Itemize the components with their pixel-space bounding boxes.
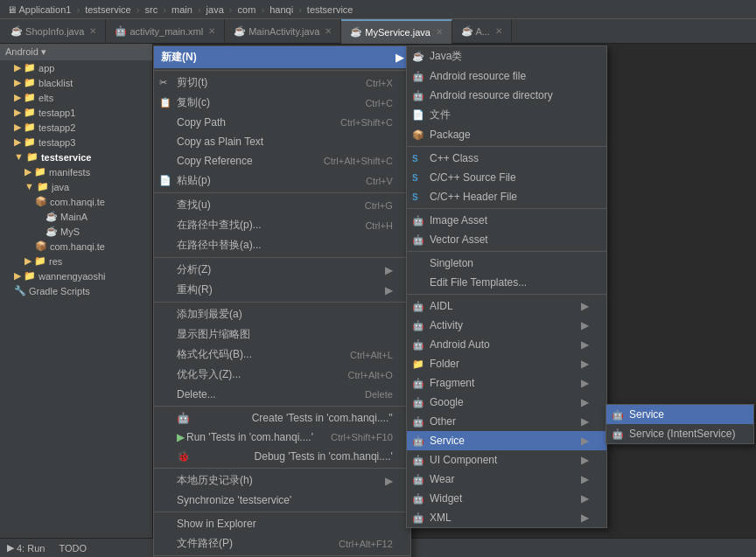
menu-show-explorer[interactable]: Show in Explorer (154, 514, 410, 533)
other-arrow: ▶ (581, 415, 589, 428)
submenu-fragment-label: Fragment (430, 377, 474, 389)
menu-find-shortcut: Ctrl+G (365, 200, 393, 211)
submenu-new: ☕ Java类 🤖 Android resource file 🤖 Androi… (406, 45, 607, 528)
service-option-intent[interactable]: 🤖 Service (IntentService) (606, 424, 753, 443)
submenu-service[interactable]: 🤖 Service ▶ (407, 431, 606, 450)
submenu-cpp-source-label: C/C++ Source File (430, 171, 516, 184)
menu-new-header[interactable]: 新建(N) ▶ (154, 46, 410, 68)
menu-find-path[interactable]: 在路径中查找(p)... Ctrl+H (154, 215, 410, 235)
menu-refactor-label: 重构(R) (177, 282, 213, 297)
divider-4 (154, 302, 410, 303)
menu-analyze[interactable]: 分析(Z) ▶ (154, 260, 410, 280)
menu-add-favorites[interactable]: 添加到最爱(a) (154, 304, 410, 324)
submenu-java-class-label: Java类 (430, 49, 462, 64)
menu-optimize[interactable]: 优化导入(Z)... Ctrl+Alt+O (154, 365, 410, 385)
android-res-file-icon: 🤖 (412, 71, 424, 82)
menu-find-label: 查找(u) (177, 198, 211, 212)
wear-arrow: ▶ (581, 473, 589, 485)
fragment-icon: 🤖 (412, 378, 424, 389)
menu-replace-path[interactable]: 在路径中替换(a)... (154, 235, 410, 255)
menu-paste[interactable]: 📄 粘贴(p) Ctrl+V (154, 171, 410, 191)
submenu-google-label: Google (430, 396, 464, 408)
menu-optimize-shortcut: Ctrl+Alt+O (348, 370, 393, 380)
submenu-aidl[interactable]: 🤖 AIDL ▶ (407, 296, 606, 316)
submenu-ui-component-label: UI Component (430, 454, 497, 466)
menu-copy-ref[interactable]: Copy Reference Ctrl+Alt+Shift+C (154, 151, 410, 171)
submenu-xml[interactable]: 🤖 XML ▶ (407, 508, 606, 527)
menu-reformat-shortcut: Ctrl+Alt+L (350, 350, 393, 360)
menu-sync[interactable]: Synchronize 'testservice' (154, 491, 410, 510)
submenu-widget-label: Widget (430, 492, 462, 505)
submenu-edit-templates-label: Edit File Templates... (430, 276, 527, 289)
menu-run-tests[interactable]: ▶ Run 'Tests in 'com.hanqi....' Ctrl+Shi… (154, 428, 410, 447)
submenu-fragment[interactable]: 🤖 Fragment ▶ (407, 373, 606, 393)
menu-create-tests-label: Create 'Tests in 'com.hanqi....'' (252, 412, 393, 424)
menu-find[interactable]: 查找(u) Ctrl+G (154, 195, 410, 215)
submenu-image-asset[interactable]: 🤖 Image Asset (407, 211, 606, 230)
menu-copy-path[interactable]: Copy Path Ctrl+Shift+C (154, 113, 410, 132)
submenu-widget[interactable]: 🤖 Widget ▶ (407, 489, 606, 508)
folder-icon2: 📁 (412, 359, 424, 370)
menu-show-thumb[interactable]: 显示图片缩略图 (154, 324, 410, 345)
submenu-wear[interactable]: 🤖 Wear ▶ (407, 470, 606, 489)
paste-icon: 📄 (159, 175, 172, 186)
menu-paste-label: 粘贴(p) (177, 173, 211, 188)
submenu-singleton-label: Singleton (430, 257, 473, 269)
submenu-div-2 (407, 208, 606, 209)
submenu-vector-asset[interactable]: 🤖 Vector Asset (407, 230, 606, 249)
submenu-android-resource-file[interactable]: 🤖 Android resource file (407, 66, 606, 86)
menu-copy[interactable]: 📋 复制(c) Ctrl+C (154, 93, 410, 113)
android-auto-arrow: ▶ (581, 338, 589, 351)
submenu-android-resource-dir[interactable]: 🤖 Android resource directory (407, 86, 606, 105)
service-option-intent-label: Service (IntentService) (629, 428, 735, 440)
cpp-class-icon: S (412, 154, 418, 164)
submenu-android-auto[interactable]: 🤖 Android Auto ▶ (407, 335, 606, 354)
submenu-activity[interactable]: 🤖 Activity ▶ (407, 316, 606, 335)
submenu-package-label: Package (430, 129, 471, 141)
submenu-android-resource-dir-label: Android resource directory (430, 89, 553, 101)
divider-1 (154, 70, 410, 71)
menu-delete[interactable]: Delete... Delete (154, 385, 410, 404)
submenu-cpp-source[interactable]: S C/C++ Source File (407, 168, 606, 187)
refactor-arrow: ▶ (385, 284, 393, 296)
submenu-service-options: 🤖 Service 🤖 Service (IntentService) (606, 404, 754, 444)
submenu-cpp-header-label: C/C++ Header File (430, 191, 517, 203)
service-option-service[interactable]: 🤖 Service (606, 405, 753, 424)
google-arrow: ▶ (581, 396, 589, 408)
other-icon: 🤖 (412, 416, 424, 428)
widget-icon: 🤖 (412, 493, 424, 505)
submenu-other[interactable]: 🤖 Other ▶ (407, 412, 606, 431)
submenu-package[interactable]: 📦 Package (407, 125, 606, 144)
service-icon: 🤖 (412, 435, 424, 447)
menu-cut[interactable]: ✂ 剪切(t) Ctrl+X (154, 73, 410, 93)
android-res-dir-icon: 🤖 (412, 90, 424, 101)
menu-debug-tests[interactable]: 🐞 Debug 'Tests in 'com.hanqi....' (154, 447, 410, 466)
submenu-cpp-header[interactable]: S C/C++ Header File (407, 187, 606, 206)
menu-copy-plain[interactable]: Copy as Plain Text (154, 132, 410, 151)
vector-asset-icon: 🤖 (412, 234, 424, 246)
divider-6 (154, 468, 410, 469)
menu-local-history[interactable]: 本地历史记录(h) ▶ (154, 470, 410, 491)
menu-refactor[interactable]: 重构(R) ▶ (154, 280, 410, 300)
menu-find-path-label: 在路径中查找(p)... (177, 218, 262, 233)
submenu-singleton[interactable]: Singleton (407, 254, 606, 273)
menu-file-path[interactable]: 文件路径(P) Ctrl+Alt+F12 (154, 533, 410, 554)
menu-create-tests[interactable]: 🤖 Create 'Tests in 'com.hanqi....'' (154, 408, 410, 428)
divider-3 (154, 257, 410, 258)
android-auto-icon: 🤖 (412, 339, 424, 351)
submenu-file-label: 文件 (430, 108, 451, 122)
menu-file-path-shortcut: Ctrl+Alt+F12 (339, 539, 393, 549)
activity-icon: 🤖 (412, 320, 424, 331)
menu-show-explorer-label: Show in Explorer (177, 518, 256, 530)
submenu-cpp-class[interactable]: S C++ Class (407, 149, 606, 168)
submenu-file[interactable]: 📄 文件 (407, 105, 606, 125)
submenu-cpp-class-label: C++ Class (430, 152, 479, 164)
submenu-google[interactable]: 🤖 Google ▶ (407, 393, 606, 412)
submenu-java-class[interactable]: ☕ Java类 (407, 46, 606, 66)
menu-run-shortcut: Ctrl+Shift+F10 (331, 432, 393, 442)
submenu-ui-component[interactable]: 🤖 UI Component ▶ (407, 450, 606, 470)
submenu-edit-templates[interactable]: Edit File Templates... (407, 273, 606, 292)
widget-arrow: ▶ (581, 492, 589, 505)
menu-reformat[interactable]: 格式化代码(B)... Ctrl+Alt+L (154, 345, 410, 365)
submenu-folder[interactable]: 📁 Folder ▶ (407, 354, 606, 373)
